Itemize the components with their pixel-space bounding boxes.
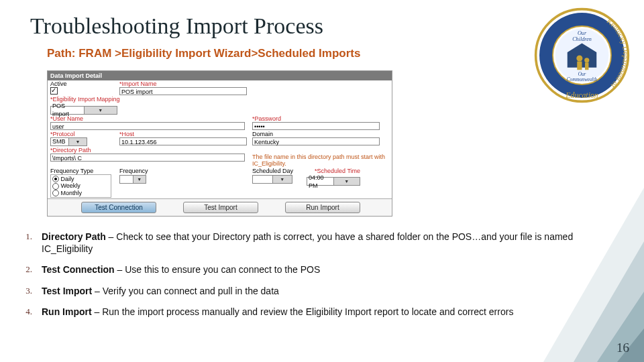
password-label: *Password — [252, 115, 389, 122]
test-import-button[interactable]: Test Import — [183, 202, 258, 213]
elig-map-dropdown[interactable]: POS import▼ — [50, 106, 117, 115]
svg-text:Our: Our — [578, 72, 586, 77]
frequency-dropdown[interactable]: ▼ — [119, 175, 146, 184]
panel-header: Data Import Detail — [48, 71, 392, 80]
daily-label: Daily — [61, 176, 74, 182]
svg-text:Children: Children — [572, 36, 592, 42]
list-item: 1. Directory Path – Check to see that yo… — [20, 231, 604, 255]
password-field[interactable]: ••••• — [252, 122, 380, 130]
svg-text:Commonwealth: Commonwealth — [567, 77, 598, 82]
dir-path-label: *Directory Path — [50, 147, 247, 154]
sched-day-label: Scheduled Day — [252, 168, 293, 174]
radio-weekly[interactable] — [52, 183, 59, 190]
svg-point-9 — [576, 56, 582, 62]
test-connection-button[interactable]: Test Connection — [81, 202, 156, 213]
dir-path-note: The file name in this directory path mus… — [252, 154, 389, 167]
step-text: Directory Path – Check to see that your … — [42, 231, 604, 255]
step-number: 3. — [20, 286, 32, 296]
sched-time-dropdown[interactable]: 04:00 PM▼ — [307, 177, 360, 186]
kde-seal: Kentucky Department of Education Our Chi… — [533, 7, 631, 104]
chevron-down-icon: ▼ — [84, 107, 117, 114]
domain-field[interactable]: Kentucky — [252, 137, 380, 145]
sched-day-dropdown[interactable]: ▼ — [252, 175, 292, 184]
svg-rect-10 — [577, 62, 582, 70]
data-import-detail: Data Import Detail Active *Import Name P… — [47, 70, 392, 217]
sched-time-value: 04:00 PM — [307, 174, 333, 190]
import-name-label: *Import Name — [119, 80, 389, 87]
run-import-button[interactable]: Run Import — [285, 202, 360, 213]
protocol-dropdown[interactable]: SMB▼ — [50, 137, 87, 146]
import-name-field[interactable]: POS import — [119, 87, 247, 95]
svg-point-11 — [584, 58, 589, 62]
chevron-down-icon: ▼ — [68, 138, 87, 145]
chevron-down-icon: ▼ — [272, 176, 292, 183]
elig-map-label: *Eligibility Import Mapping — [50, 96, 389, 103]
step-text: Test Connection – Use this to ensure you… — [42, 264, 320, 276]
dir-path-field[interactable]: \Imports\ C — [50, 154, 245, 162]
host-field[interactable]: 10.1.123.456 — [119, 137, 247, 145]
list-item: 4. Run Import – Run the import process m… — [20, 306, 604, 318]
user-name-field[interactable]: user — [50, 122, 245, 130]
chevron-down-icon: ▼ — [333, 178, 360, 185]
radio-daily[interactable] — [52, 176, 59, 182]
list-item: 2. Test Connection – Use this to ensure … — [20, 264, 604, 276]
weekly-label: Weekly — [61, 182, 80, 189]
host-label: *Host — [119, 131, 247, 137]
list-item: 3. Test Import – Verify you can connect … — [20, 286, 604, 298]
page-title: Troubleshooting Import Process — [30, 13, 323, 39]
domain-label: Domain — [252, 131, 389, 137]
steps-list: 1. Directory Path – Check to see that yo… — [20, 231, 604, 328]
protocol-value: SMB — [51, 137, 68, 145]
step-number: 1. — [20, 231, 32, 242]
step-text: Run Import – Run the import process manu… — [42, 306, 513, 318]
svg-rect-12 — [585, 62, 588, 70]
freq-type-label: Frequency Type — [50, 168, 114, 174]
breadcrumb-path: Path: FRAM >Eligibility Import Wizard>Sc… — [47, 47, 360, 60]
monthly-label: Monthly — [61, 190, 83, 196]
user-name-label: *User Name — [50, 115, 247, 122]
svg-text:Our: Our — [578, 30, 587, 36]
chevron-down-icon: ▼ — [133, 176, 146, 183]
step-text: Test Import – Verify you can connect and… — [42, 286, 279, 298]
page-number: 16 — [616, 341, 629, 355]
active-label: Active — [50, 80, 114, 87]
svg-text:Education: Education — [565, 91, 598, 100]
button-row: Test Connection Test Import Run Import — [48, 198, 392, 216]
radio-monthly[interactable] — [52, 190, 59, 196]
step-number: 2. — [20, 264, 32, 275]
frequency-label: Frequency — [119, 168, 247, 174]
active-checkbox[interactable] — [50, 87, 58, 95]
protocol-label: *Protocol — [50, 131, 114, 137]
step-number: 4. — [20, 306, 32, 317]
